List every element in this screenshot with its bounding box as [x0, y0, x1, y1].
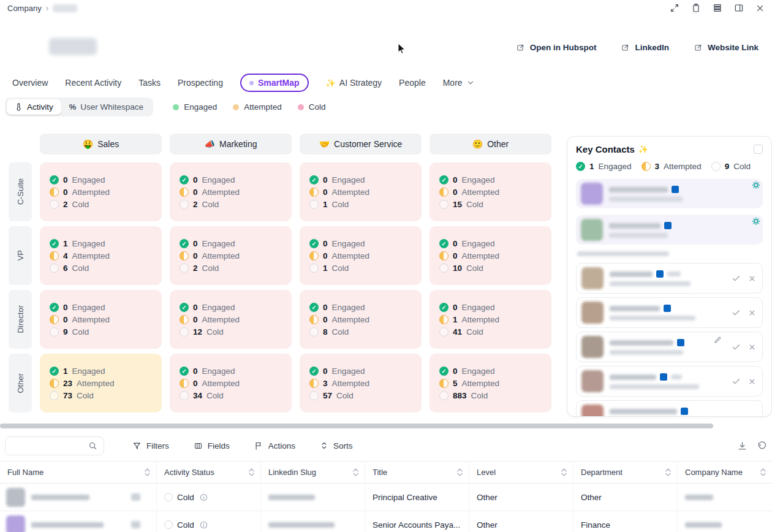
horizontal-scrollbar[interactable]: [0, 424, 713, 428]
button-label: Actions: [268, 441, 295, 450]
tab-prospecting[interactable]: Prospecting: [178, 78, 223, 88]
website-link[interactable]: Website Link: [694, 43, 759, 52]
actions-button[interactable]: Actions: [254, 441, 295, 450]
fields-button[interactable]: Fields: [194, 441, 230, 450]
close-icon[interactable]: [755, 4, 765, 13]
tab-label: SmartMap: [258, 78, 300, 88]
col-company-name[interactable]: Company Name: [678, 462, 772, 483]
approve-button[interactable]: [732, 343, 741, 352]
sort-chevrons-icon[interactable]: [249, 468, 254, 477]
cell-other-marketing[interactable]: 0Engaged 0Attempted 34Cold: [170, 354, 292, 412]
expand-icon[interactable]: [670, 3, 679, 13]
stat-label: Cold: [332, 264, 349, 273]
engaged-stat: 0Engaged: [439, 175, 542, 184]
info-icon[interactable]: [200, 493, 208, 501]
engaged-stat: 0Engaged: [50, 175, 152, 184]
sort-chevrons-icon[interactable]: [561, 468, 567, 477]
cell-director-customer-service[interactable]: 0Engaged 0Attempted 8Cold: [300, 290, 422, 349]
cell-director-marketing[interactable]: 0Engaged 0Attempted 12Cold: [170, 290, 292, 349]
linkedin-link[interactable]: LinkedIn: [621, 43, 669, 52]
contact-card-synced[interactable]: [576, 179, 763, 208]
toggle-activity[interactable]: Activity: [7, 99, 61, 115]
tab-more[interactable]: More: [443, 78, 475, 88]
cell-vp-marketing[interactable]: 0Engaged 0Attempted 2Cold: [170, 226, 292, 285]
stat-count: 4: [63, 251, 68, 260]
full-name-cell: [0, 484, 157, 511]
cell-other-sales[interactable]: 1Engaged 23Attempted 73Cold: [40, 354, 162, 412]
contact-card-partial[interactable]: [576, 400, 763, 417]
cell-other-customer-service[interactable]: 0Engaged 3Attempted 57Cold: [300, 354, 422, 412]
tab-smartmap-active[interactable]: SmartMap: [240, 74, 309, 92]
cell-csuite-sales[interactable]: 0Engaged 0Attempted 2Cold: [40, 162, 162, 221]
cell-other-other[interactable]: 0Engaged 5Attempted 883Cold: [430, 354, 551, 412]
engaged-icon: [180, 175, 189, 184]
stat-label: Attempted: [72, 188, 110, 197]
stack-icon[interactable]: [713, 3, 722, 13]
sorts-button[interactable]: Sorts: [320, 441, 353, 450]
search-box[interactable]: [5, 436, 104, 455]
cold-icon: [180, 264, 189, 273]
side-panel-icon[interactable]: [734, 3, 744, 13]
sort-chevrons-icon[interactable]: [457, 468, 463, 477]
select-all-checkbox[interactable]: [754, 145, 763, 154]
col-title[interactable]: Title: [365, 462, 469, 483]
approve-button[interactable]: [732, 274, 741, 283]
linkedin-label: LinkedIn: [635, 43, 669, 52]
sort-chevrons-icon[interactable]: [353, 468, 358, 477]
tab-overview[interactable]: Overview: [12, 78, 48, 88]
contact-card[interactable]: [576, 332, 763, 362]
cell-csuite-marketing[interactable]: 0Engaged 0Attempted 2Cold: [170, 162, 292, 221]
toggle-label: Activity: [27, 102, 53, 112]
col-activity-status[interactable]: Activity Status: [157, 462, 261, 483]
sort-chevrons-icon[interactable]: [665, 468, 671, 477]
cell-director-sales[interactable]: 0Engaged 0Attempted 9Cold: [40, 290, 162, 349]
tab-recent-activity[interactable]: Recent Activity: [65, 78, 121, 88]
edit-icon[interactable]: [714, 336, 722, 343]
filters-button[interactable]: Filters: [132, 441, 169, 450]
toggle-user-whitespace[interactable]: % User Whitespace: [61, 99, 151, 115]
contact-card-synced[interactable]: [576, 215, 763, 245]
dismiss-button[interactable]: [748, 343, 756, 351]
tab-people[interactable]: People: [399, 78, 426, 88]
dismiss-button[interactable]: [748, 309, 756, 317]
undo-icon[interactable]: [757, 441, 767, 450]
tab-tasks[interactable]: Tasks: [138, 78, 161, 88]
cell-vp-customer-service[interactable]: 0Engaged 0Attempted 1Cold: [300, 226, 422, 285]
sort-chevrons-icon[interactable]: [145, 468, 150, 477]
search-input[interactable]: [12, 441, 83, 450]
cell-csuite-other[interactable]: 0Engaged 0Attempted 15Cold: [430, 162, 551, 221]
approve-button[interactable]: [732, 377, 741, 386]
column-header-sales: 🤑Sales: [40, 134, 162, 154]
info-icon[interactable]: [200, 521, 208, 529]
contact-card[interactable]: [576, 366, 763, 397]
other-emoji-icon: 🙂: [472, 139, 483, 149]
col-linkedin-slug[interactable]: Linkedin Slug: [261, 462, 365, 483]
dismiss-button[interactable]: [748, 275, 756, 283]
tab-ai-strategy[interactable]: ✨ AI Strategy: [326, 78, 382, 88]
dismiss-button[interactable]: [748, 378, 756, 386]
col-level[interactable]: Level: [469, 462, 573, 483]
cell-director-other[interactable]: 0Engaged 1Attempted 41Cold: [430, 290, 551, 349]
approve-button[interactable]: [732, 308, 741, 317]
col-department[interactable]: Department: [573, 462, 678, 483]
key-contacts-list: [576, 179, 763, 417]
cell-vp-sales[interactable]: 1Engaged 4Attempted 6Cold: [40, 226, 162, 285]
contact-card[interactable]: [576, 297, 763, 328]
sort-chevrons-icon[interactable]: [760, 468, 766, 477]
contact-actions: [732, 377, 756, 386]
legend-label: Cold: [309, 102, 326, 112]
download-icon[interactable]: [737, 441, 747, 451]
table-row[interactable]: Cold Principal Creative Other Other: [0, 484, 772, 511]
contact-card[interactable]: [576, 263, 763, 294]
website-link-label: Website Link: [708, 43, 759, 52]
engaged-stat: 0Engaged: [180, 239, 282, 248]
breadcrumb-company[interactable]: Company: [7, 4, 42, 13]
open-in-hubspot-link[interactable]: Open in Hubspot: [516, 43, 597, 52]
clipboard-icon[interactable]: [691, 3, 701, 13]
table-row[interactable]: Cold Senior Accounts Paya... Other Finan…: [0, 511, 772, 532]
col-full-name[interactable]: Full Name: [0, 462, 157, 483]
cell-vp-other[interactable]: 0Engaged 0Attempted 10Cold: [430, 226, 551, 285]
breadcrumb[interactable]: Company ›: [7, 3, 77, 13]
cold-icon: [164, 493, 173, 501]
cell-csuite-customer-service[interactable]: 0Engaged 0Attempted 1Cold: [300, 162, 422, 221]
